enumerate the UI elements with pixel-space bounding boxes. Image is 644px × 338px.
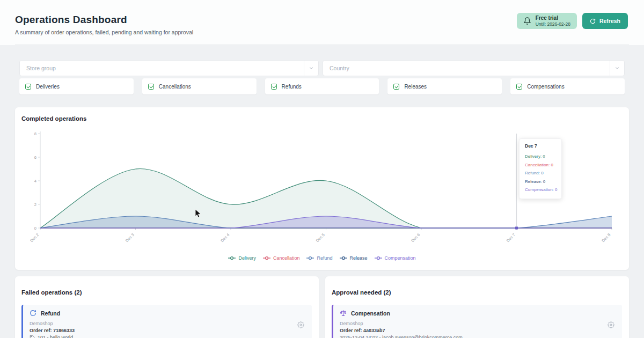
tooltip-row-delivery: Delivery: 0 xyxy=(525,152,556,161)
svg-text:Dec 7: Dec 7 xyxy=(506,232,516,243)
tooltip-row-cancellation: Cancellation: 0 xyxy=(525,161,556,170)
svg-text:0: 0 xyxy=(34,226,36,231)
refresh-button[interactable]: Refresh xyxy=(582,13,628,29)
legend-item-refund[interactable]: Refund xyxy=(306,255,332,261)
operation-type: Compensation xyxy=(351,310,390,317)
filter-checkbox-releases[interactable]: Releases xyxy=(387,78,502,94)
gear-icon[interactable] xyxy=(297,321,304,328)
filter-checkbox-cancellations[interactable]: Cancellations xyxy=(142,78,257,94)
operation-type: Refund xyxy=(41,310,60,317)
tag-icon xyxy=(30,335,35,338)
filter-checkbox-compensations[interactable]: Compensations xyxy=(510,78,625,94)
chevron-down-icon xyxy=(614,65,620,71)
legend-label: Compensation xyxy=(385,255,416,261)
country-select[interactable]: Country xyxy=(323,60,625,76)
checkbox-checked-icon[interactable] xyxy=(516,84,522,90)
legend-item-delivery[interactable]: Delivery xyxy=(228,255,256,261)
checkbox-checked-icon[interactable] xyxy=(271,84,277,90)
refund-icon xyxy=(30,310,36,317)
checkbox-label: Refunds xyxy=(282,84,302,90)
svg-text:Dec 4: Dec 4 xyxy=(219,232,230,243)
filter-checkbox-deliveries[interactable]: Deliveries xyxy=(19,78,134,94)
bell-icon xyxy=(523,17,531,25)
approval-operation-item[interactable]: Compensation Demoshop Order ref: 4a033ab… xyxy=(332,305,622,338)
svg-text:8: 8 xyxy=(34,131,36,136)
tooltip-title: Dec 7 xyxy=(525,143,556,149)
tooltip-row-compensation: Compensation: 0 xyxy=(525,186,556,194)
legend-marker-icon xyxy=(375,256,383,260)
legend-item-release[interactable]: Release xyxy=(340,255,368,261)
legend-marker-icon xyxy=(263,256,271,260)
legend-item-compensation[interactable]: Compensation xyxy=(375,255,416,261)
checkbox-label: Compensations xyxy=(527,84,564,90)
checkbox-label: Deliveries xyxy=(36,84,60,90)
operation-order-ref: Order ref: 71866333 xyxy=(30,328,305,333)
page-subtitle: A summary of order operations, failed, p… xyxy=(15,29,193,35)
checkbox-label: Cancellations xyxy=(159,84,191,90)
svg-text:Dec 6: Dec 6 xyxy=(410,232,421,243)
operation-meta: 2025-12-04 14:02 - jacob.swenson@brinkco… xyxy=(340,335,616,338)
completed-operations-card: Completed operations 02468Dec 2Dec 3Dec … xyxy=(15,107,629,270)
svg-text:Dec 2: Dec 2 xyxy=(29,232,40,243)
legend-marker-icon xyxy=(306,256,314,260)
refresh-label: Refresh xyxy=(599,18,620,24)
country-placeholder: Country xyxy=(330,65,349,71)
tooltip-row-release: Release: 0 xyxy=(525,178,556,186)
svg-text:6: 6 xyxy=(34,155,36,160)
legend-label: Delivery xyxy=(238,255,256,261)
svg-text:4: 4 xyxy=(34,179,36,183)
store-group-select[interactable]: Store group xyxy=(19,60,319,76)
legend-marker-icon xyxy=(228,256,236,260)
operation-order-ref: Order ref: 4a033ab7 xyxy=(340,328,616,333)
chevron-down-icon xyxy=(309,65,314,71)
filter-checkbox-refunds[interactable]: Refunds xyxy=(265,78,379,94)
free-trial-badge: Free trial Until: 2026-02-28 xyxy=(517,13,577,29)
svg-text:Dec 8: Dec 8 xyxy=(601,232,611,243)
checkbox-checked-icon[interactable] xyxy=(25,84,31,90)
failed-operations-card: Failed operations (2) Refund Demoshop Or… xyxy=(15,276,319,338)
svg-text:Dec 5: Dec 5 xyxy=(315,232,326,243)
legend-marker-icon xyxy=(340,256,348,260)
operation-shop: Demoshop xyxy=(30,321,305,326)
failed-operations-title: Failed operations (2) xyxy=(21,289,82,296)
chart-title: Completed operations xyxy=(21,115,86,122)
checkbox-label: Releases xyxy=(404,84,427,90)
svg-text:2: 2 xyxy=(34,202,36,207)
operation-type-filters: DeliveriesCancellationsRefundsReleasesCo… xyxy=(19,78,625,94)
legend-item-cancellation[interactable]: Cancellation xyxy=(263,255,300,261)
header-divider xyxy=(15,45,629,45)
refresh-icon xyxy=(590,18,596,24)
trial-label: Free trial xyxy=(536,15,570,21)
filters-row: Store group Country xyxy=(19,60,625,76)
gear-icon[interactable] xyxy=(608,321,614,328)
legend-label: Release xyxy=(350,255,368,261)
chart-legend: DeliveryCancellationRefundReleaseCompens… xyxy=(15,255,629,261)
page-header: Operations Dashboard A summary of order … xyxy=(0,0,644,45)
checkbox-checked-icon[interactable] xyxy=(148,84,154,90)
page-title: Operations Dashboard xyxy=(15,14,127,26)
store-group-placeholder: Store group xyxy=(26,65,56,71)
failed-operation-item[interactable]: Refund Demoshop Order ref: 71866333 101 … xyxy=(21,305,312,338)
chart-tooltip: Dec 7 Delivery: 0Cancellation: 0Refund: … xyxy=(519,138,562,199)
tooltip-row-refund: Refund: 0 xyxy=(525,169,556,178)
legend-label: Cancellation xyxy=(273,255,300,261)
approval-needed-card: Approval needed (2) Compensation Demosho… xyxy=(325,276,629,338)
scale-icon xyxy=(340,310,347,317)
trial-until: Until: 2026-02-28 xyxy=(536,21,570,27)
checkbox-checked-icon[interactable] xyxy=(393,84,399,90)
legend-label: Refund xyxy=(317,255,332,261)
approval-needed-title: Approval needed (2) xyxy=(332,289,391,296)
operation-shop: Demoshop xyxy=(340,321,616,326)
svg-text:Dec 3: Dec 3 xyxy=(125,232,135,243)
operation-note: 101 - hello world xyxy=(38,335,73,338)
